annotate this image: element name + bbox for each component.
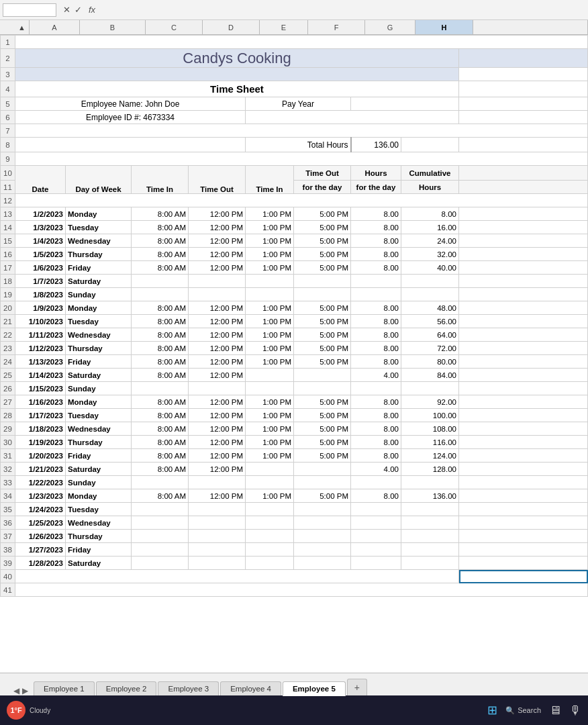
row-25-col-7[interactable]: 84.00 xyxy=(401,369,459,382)
row-16-col-7[interactable]: 32.00 xyxy=(401,248,459,261)
row-23-col-3[interactable]: 12:00 PM xyxy=(189,342,246,355)
row-22-col-4[interactable]: 1:00 PM xyxy=(246,328,294,342)
row-30-col-3[interactable]: 12:00 PM xyxy=(189,436,246,449)
row-36-col-3[interactable] xyxy=(189,516,246,530)
row-20-col-5[interactable]: 5:00 PM xyxy=(294,301,351,315)
row-20-col-4[interactable]: 1:00 PM xyxy=(246,301,294,315)
row-22-col-5[interactable]: 5:00 PM xyxy=(294,328,351,342)
row-36-col-0[interactable]: 1/25/2023 xyxy=(15,516,66,530)
employee-id-cell[interactable]: Employee ID #: 4673334 xyxy=(15,111,246,124)
row-29-col-6[interactable]: 8.00 xyxy=(351,422,401,436)
row-36-col-1[interactable]: Wednesday xyxy=(66,516,132,530)
tab-employee4[interactable]: Employee 4 xyxy=(220,681,281,695)
row-18-col-3[interactable] xyxy=(189,275,246,288)
row-13-col-1[interactable]: Monday xyxy=(66,207,132,221)
row-37-col-1[interactable]: Thursday xyxy=(66,530,132,543)
row-37-col-3[interactable] xyxy=(189,530,246,543)
row-13-col-5[interactable]: 5:00 PM xyxy=(294,207,351,221)
row-31-col-6[interactable]: 8.00 xyxy=(351,449,401,463)
row-38-col-3[interactable] xyxy=(189,543,246,557)
row-31-col-3[interactable]: 12:00 PM xyxy=(189,449,246,463)
row-39-col-3[interactable] xyxy=(189,557,246,570)
row-15-col-0[interactable]: 1/4/2023 xyxy=(15,234,66,248)
row-17-col-4[interactable]: 1:00 PM xyxy=(246,261,294,275)
row-23-col-2[interactable]: 8:00 AM xyxy=(132,342,189,355)
row-23-col-4[interactable]: 1:00 PM xyxy=(246,342,294,355)
row-25-col-6[interactable]: 4.00 xyxy=(351,369,401,382)
col-header-f[interactable]: F xyxy=(308,20,365,34)
row-14-col-0[interactable]: 1/3/2023 xyxy=(15,221,66,234)
row-18-col-5[interactable] xyxy=(294,275,351,288)
row-16-col-2[interactable]: 8:00 AM xyxy=(132,248,189,261)
taskbar-extra-icon1[interactable]: 🖥 xyxy=(549,704,561,718)
row-28-col-1[interactable]: Tuesday xyxy=(66,409,132,422)
row-24-col-4[interactable]: 1:00 PM xyxy=(246,355,294,369)
row-35-col-1[interactable]: Tuesday xyxy=(66,503,132,516)
row-18-col-4[interactable] xyxy=(246,275,294,288)
row-39-col-4[interactable] xyxy=(246,557,294,570)
row-36-col-7[interactable] xyxy=(401,516,459,530)
row-25-col-4[interactable] xyxy=(246,369,294,382)
row-35-col-4[interactable] xyxy=(246,503,294,516)
row-20-col-1[interactable]: Monday xyxy=(66,301,132,315)
row-21-col-0[interactable]: 1/10/2023 xyxy=(15,315,66,328)
row-25-col-3[interactable]: 12:00 PM xyxy=(189,369,246,382)
row-17-col-6[interactable]: 8.00 xyxy=(351,261,401,275)
row-21-col-3[interactable]: 12:00 PM xyxy=(189,315,246,328)
row-17-col-5[interactable]: 5:00 PM xyxy=(294,261,351,275)
row-38-col-2[interactable] xyxy=(132,543,189,557)
row-16-col-6[interactable]: 8.00 xyxy=(351,248,401,261)
row-39-col-7[interactable] xyxy=(401,557,459,570)
row-33-col-4[interactable] xyxy=(246,476,294,489)
row-24-col-1[interactable]: Friday xyxy=(66,355,132,369)
row-39-col-1[interactable]: Saturday xyxy=(66,557,132,570)
row-34-col-7[interactable]: 136.00 xyxy=(401,489,459,503)
row-36-col-2[interactable] xyxy=(132,516,189,530)
row-16-col-0[interactable]: 1/5/2023 xyxy=(15,248,66,261)
row-25-col-0[interactable]: 1/14/2023 xyxy=(15,369,66,382)
row-23-col-6[interactable]: 8.00 xyxy=(351,342,401,355)
row-30-col-1[interactable]: Thursday xyxy=(66,436,132,449)
row-38-col-1[interactable]: Friday xyxy=(66,543,132,557)
row-28-col-7[interactable]: 100.00 xyxy=(401,409,459,422)
row-28-col-2[interactable]: 8:00 AM xyxy=(132,409,189,422)
row-31-col-5[interactable]: 5:00 PM xyxy=(294,449,351,463)
row-22-col-0[interactable]: 1/11/2023 xyxy=(15,328,66,342)
tab-employee3[interactable]: Employee 3 xyxy=(158,681,219,695)
row-22-col-6[interactable]: 8.00 xyxy=(351,328,401,342)
row-14-col-1[interactable]: Tuesday xyxy=(66,221,132,234)
row-33-col-1[interactable]: Sunday xyxy=(66,476,132,489)
row-13-col-7[interactable]: 8.00 xyxy=(401,207,459,221)
row-25-col-1[interactable]: Saturday xyxy=(66,369,132,382)
row-38-col-0[interactable]: 1/27/2023 xyxy=(15,543,66,557)
col-header-d[interactable]: D xyxy=(203,20,260,34)
row-20-col-0[interactable]: 1/9/2023 xyxy=(15,301,66,315)
row-38-col-7[interactable] xyxy=(401,543,459,557)
row-15-col-6[interactable]: 8.00 xyxy=(351,234,401,248)
row-21-col-1[interactable]: Tuesday xyxy=(66,315,132,328)
row-17-col-0[interactable]: 1/6/2023 xyxy=(15,261,66,275)
row-26-col-4[interactable] xyxy=(246,382,294,395)
row-33-col-2[interactable] xyxy=(132,476,189,489)
row-24-col-2[interactable]: 8:00 AM xyxy=(132,355,189,369)
row-38-col-4[interactable] xyxy=(246,543,294,557)
row-34-col-5[interactable]: 5:00 PM xyxy=(294,489,351,503)
row-14-col-6[interactable]: 8.00 xyxy=(351,221,401,234)
row-13-col-4[interactable]: 1:00 PM xyxy=(246,207,294,221)
row-19-col-4[interactable] xyxy=(246,288,294,301)
row-27-col-2[interactable]: 8:00 AM xyxy=(132,395,189,409)
row-33-col-6[interactable] xyxy=(351,476,401,489)
selected-cell-h40[interactable] xyxy=(459,570,588,583)
row-37-col-7[interactable] xyxy=(401,530,459,543)
col-header-e[interactable]: E xyxy=(260,20,308,34)
row-15-col-3[interactable]: 12:00 PM xyxy=(189,234,246,248)
row-36-col-4[interactable] xyxy=(246,516,294,530)
row-24-col-7[interactable]: 80.00 xyxy=(401,355,459,369)
name-box[interactable]: H40 xyxy=(3,3,56,17)
row-28-col-3[interactable]: 12:00 PM xyxy=(189,409,246,422)
sheet-title-cell[interactable]: Time Sheet xyxy=(15,81,459,97)
row-30-col-0[interactable]: 1/19/2023 xyxy=(15,436,66,449)
taskbar-extra-icon2[interactable]: 🎙 xyxy=(569,704,581,718)
row-13-col-2[interactable]: 8:00 AM xyxy=(132,207,189,221)
row-18-col-2[interactable] xyxy=(132,275,189,288)
